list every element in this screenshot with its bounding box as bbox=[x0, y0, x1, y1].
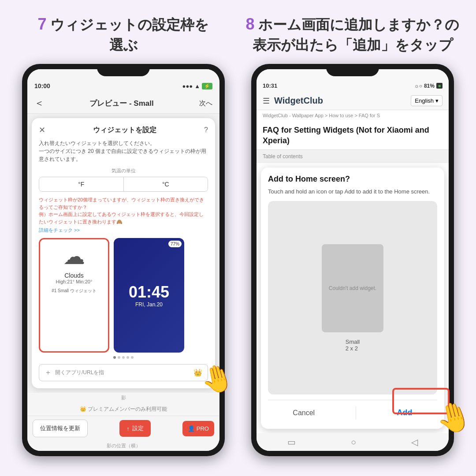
clock-pct: 77% bbox=[168, 241, 182, 247]
hamburger-icon[interactable]: ☰ bbox=[263, 96, 270, 106]
check-link[interactable]: 詳細をチェック >> bbox=[39, 227, 208, 234]
widget-size-label: Small2 x 2 bbox=[346, 338, 360, 352]
dialog-header: ✕ ウィジェットを設定 ? bbox=[39, 125, 208, 135]
dot-4 bbox=[126, 356, 129, 359]
back-button-right[interactable]: ◁ bbox=[411, 437, 418, 447]
nav-title: プレビュー - Small bbox=[89, 98, 153, 108]
clock-time: 01:45 bbox=[129, 283, 169, 301]
temp-f-button[interactable]: °F bbox=[39, 177, 124, 191]
step-8-header: 8 ホーム画面に追加しますか？の表示が出たら「追加」をタップ bbox=[242, 13, 463, 55]
dialog-actions: Cancel Add bbox=[268, 400, 437, 422]
actions-divider bbox=[356, 406, 356, 420]
widget-dialog: ✕ ウィジェットを設定 ? 入れ替えたいウィジェットを選択してください。 一つの… bbox=[32, 118, 215, 388]
pro-button[interactable]: 👤 PRO bbox=[182, 421, 214, 436]
open-app-text: 開くアプリ/URLを指 bbox=[55, 369, 104, 376]
step-8-title: ホーム画面に追加しますか？の表示が出たら「追加」をタップ bbox=[253, 17, 460, 53]
right-bottom-nav: ▭ ○ ◁ bbox=[257, 433, 449, 451]
battery-icon-left: ⚡ bbox=[202, 83, 212, 89]
update-location-button[interactable]: 位置情報を更新 bbox=[33, 420, 88, 437]
dialog-title: ウィジェットを設定 bbox=[93, 126, 156, 135]
battery-right-icon: ■ bbox=[436, 83, 443, 89]
left-phone-wrapper: 10:00 ●●● ▲ ⚡ ＜ プレビュー - Small 次へ bbox=[13, 64, 234, 456]
dialog-description: 入れ替えたいウィジェットを選択してください。 一つのサイズにつき 20 個まで自… bbox=[39, 139, 208, 163]
step-8-number: 8 bbox=[246, 15, 255, 33]
brand-name: WidgetClub bbox=[274, 96, 323, 106]
left-phone: 10:00 ●●● ▲ ⚡ ＜ プレビュー - Small 次へ bbox=[22, 64, 225, 456]
warning-text: ウィジェット枠が20個埋まっていますが、ウィジェット枠の置き換えができるってご存… bbox=[39, 196, 208, 225]
right-phone-notch bbox=[326, 64, 379, 76]
dots-row bbox=[39, 353, 208, 362]
left-phone-screen: 10:00 ●●● ▲ ⚡ ＜ プレビュー - Small 次へ bbox=[27, 69, 219, 451]
step-7-number: 7 bbox=[38, 15, 47, 33]
widgets-scroll: ☁ Clouds High:21° Min:20° #1 Small ウィジェッ… bbox=[39, 238, 208, 353]
table-of-contents: Table of contents bbox=[257, 149, 449, 163]
add-dialog-title: Add to Home screen? bbox=[268, 175, 437, 184]
cloud-icon: ☁ bbox=[63, 244, 85, 269]
right-phone-screen: 10:31 ☼○ 81% ■ ☰ WidgetClub English bbox=[257, 69, 449, 451]
right-phone: 10:31 ☼○ 81% ■ ☰ WidgetClub English bbox=[251, 64, 454, 456]
add-dialog: Add to Home screen? Touch and hold an ic… bbox=[261, 167, 444, 429]
settings-button[interactable]: ↑ 設定 bbox=[119, 420, 151, 437]
faq-title: FAQ for Setting Widgets (Not for Xiaomi … bbox=[257, 121, 449, 149]
recent-apps-button[interactable]: ▭ bbox=[287, 437, 296, 447]
page-container: 7 ウィジェットの設定枠を選ぶ 8 ホーム画面に追加しますか？の表示が出たら「追… bbox=[0, 0, 476, 476]
battery-pct: 81% bbox=[424, 83, 435, 89]
pro-icon: 👤 bbox=[188, 425, 195, 432]
dot-1 bbox=[113, 356, 116, 359]
shadow-side-label: 影の位置（横） bbox=[27, 441, 219, 451]
crown-icon: 👑 bbox=[193, 368, 202, 377]
right-phone-wrapper: 10:31 ☼○ 81% ■ ☰ WidgetClub English bbox=[242, 64, 463, 456]
dot-2 bbox=[118, 356, 120, 359]
open-app-bar[interactable]: ＋ 開くアプリ/URLを指 👑 bbox=[39, 364, 208, 381]
step-7-title: ウィジェットの設定枠を選ぶ bbox=[50, 17, 209, 53]
widget-1-name: Clouds bbox=[64, 272, 84, 279]
plus-icon: ＋ bbox=[45, 368, 52, 377]
back-button[interactable]: ＜ bbox=[34, 97, 44, 110]
premium-bar: 👑 プレミアムメンバーのみ利用可能 bbox=[27, 403, 219, 416]
widget-preview-box: Couldn't add widget. Small2 x 2 bbox=[268, 201, 437, 394]
shadow-label: 影 bbox=[27, 393, 219, 403]
language-select[interactable]: English ▾ bbox=[411, 95, 443, 106]
wifi-icon: ▲ bbox=[194, 83, 200, 89]
left-time: 10:00 bbox=[34, 82, 50, 89]
right-nav-bar: ☰ WidgetClub English ▾ bbox=[257, 92, 449, 110]
wifi-right-icon: ☼○ bbox=[414, 83, 422, 89]
chevron-down-icon: ▾ bbox=[435, 97, 439, 104]
right-status-icons: ☼○ 81% ■ bbox=[414, 83, 443, 89]
widget-config-area: ✕ ウィジェットを設定 ? 入れ替えたいウィジェットを選択してください。 一つの… bbox=[27, 114, 219, 416]
cancel-button[interactable]: Cancel bbox=[284, 405, 324, 421]
right-time: 10:31 bbox=[263, 82, 277, 89]
left-phone-notch bbox=[97, 64, 150, 76]
widget-1[interactable]: ☁ Clouds High:21° Min:20° #1 Small ウィジェッ… bbox=[39, 238, 109, 353]
add-button[interactable]: Add bbox=[388, 404, 421, 422]
add-dialog-desc: Touch and hold an icon or tap Add to add… bbox=[268, 187, 437, 196]
widget-2[interactable]: 77% 01:45 FRI, Jan.20 #2 Small ウィジェット bbox=[114, 238, 184, 353]
lang-text: English bbox=[415, 97, 434, 104]
left-bottom-bar: 位置情報を更新 ↑ 設定 👤 PRO bbox=[27, 416, 219, 441]
phones-section: 10:00 ●●● ▲ ⚡ ＜ プレビュー - Small 次へ bbox=[0, 55, 476, 476]
widget-preview-inner: Couldn't add widget. bbox=[322, 244, 383, 332]
widget-1-label: #1 Small ウィジェット bbox=[52, 288, 97, 294]
dot-3 bbox=[122, 356, 125, 359]
breadcrumb: WidgetClub - Wallpaper App > How to use … bbox=[257, 110, 449, 121]
temp-unit-label: 気温の単位 bbox=[39, 167, 208, 174]
left-nav-bar: ＜ プレビュー - Small 次へ bbox=[27, 93, 219, 114]
step-7-header: 7 ウィジェットの設定枠を選ぶ bbox=[13, 13, 234, 55]
home-button[interactable]: ○ bbox=[351, 437, 356, 447]
close-button[interactable]: ✕ bbox=[39, 125, 45, 135]
temp-unit-buttons: °F °C bbox=[39, 177, 208, 192]
signal-icon: ●●● bbox=[182, 83, 193, 89]
dot-5 bbox=[131, 356, 134, 359]
temp-unit-section: 気温の単位 °F °C bbox=[39, 167, 208, 192]
upload-icon: ↑ bbox=[126, 425, 130, 432]
clock-widget: 01:45 FRI, Jan.20 bbox=[114, 238, 184, 353]
steps-header: 7 ウィジェットの設定枠を選ぶ 8 ホーム画面に追加しますか？の表示が出たら「追… bbox=[0, 0, 476, 55]
temp-c-button[interactable]: °C bbox=[124, 177, 208, 191]
help-button[interactable]: ? bbox=[204, 126, 208, 134]
next-button[interactable]: 次へ bbox=[199, 99, 212, 108]
clock-date: FRI, Jan.20 bbox=[135, 301, 163, 308]
widget-1-temp: High:21° Min:20° bbox=[56, 279, 93, 284]
left-status-icons: ●●● ▲ ⚡ bbox=[182, 83, 212, 89]
